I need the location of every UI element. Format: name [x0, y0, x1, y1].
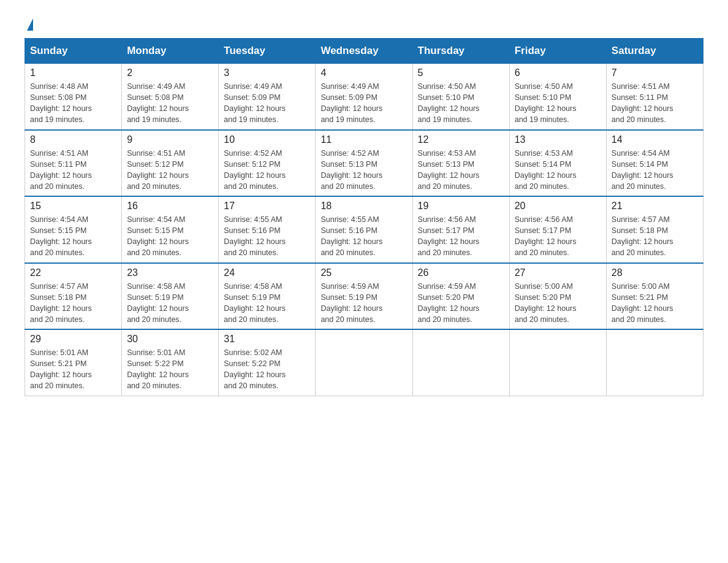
day-info: Sunrise: 4:56 AMSunset: 5:17 PMDaylight:… [515, 214, 601, 259]
day-info: Sunrise: 4:51 AMSunset: 5:11 PMDaylight:… [30, 148, 116, 193]
day-number: 21 [612, 201, 698, 212]
calendar-cell: 13Sunrise: 4:53 AMSunset: 5:14 PMDayligh… [509, 130, 606, 197]
day-info: Sunrise: 4:52 AMSunset: 5:12 PMDaylight:… [224, 148, 310, 193]
day-info: Sunrise: 4:52 AMSunset: 5:13 PMDaylight:… [320, 148, 407, 193]
col-header-tuesday: Tuesday [219, 39, 316, 64]
calendar-cell: 25Sunrise: 4:59 AMSunset: 5:19 PMDayligh… [316, 263, 412, 330]
calendar-cell: 3Sunrise: 4:49 AMSunset: 5:09 PMDaylight… [219, 64, 316, 130]
calendar-cell: 2Sunrise: 4:49 AMSunset: 5:08 PMDaylight… [122, 64, 219, 130]
day-info: Sunrise: 4:55 AMSunset: 5:16 PMDaylight:… [224, 214, 310, 259]
calendar-cell: 30Sunrise: 5:01 AMSunset: 5:22 PMDayligh… [122, 329, 219, 396]
day-number: 28 [612, 267, 698, 278]
calendar-cell: 21Sunrise: 4:57 AMSunset: 5:18 PMDayligh… [606, 196, 703, 263]
calendar-cell: 28Sunrise: 5:00 AMSunset: 5:21 PMDayligh… [606, 263, 703, 330]
col-header-sunday: Sunday [25, 39, 122, 64]
calendar-cell: 19Sunrise: 4:56 AMSunset: 5:17 PMDayligh… [412, 196, 509, 263]
day-number: 1 [30, 67, 116, 79]
day-info: Sunrise: 4:51 AMSunset: 5:11 PMDaylight:… [612, 81, 698, 126]
day-info: Sunrise: 5:01 AMSunset: 5:21 PMDaylight:… [30, 347, 116, 392]
day-number: 26 [418, 267, 504, 278]
calendar-cell: 31Sunrise: 5:02 AMSunset: 5:22 PMDayligh… [219, 329, 316, 396]
day-number: 11 [320, 134, 407, 145]
calendar-cell: 20Sunrise: 4:56 AMSunset: 5:17 PMDayligh… [509, 196, 606, 263]
calendar-cell: 4Sunrise: 4:49 AMSunset: 5:09 PMDaylight… [316, 64, 412, 130]
day-info: Sunrise: 5:01 AMSunset: 5:22 PMDaylight:… [127, 347, 213, 392]
day-number: 7 [612, 67, 698, 79]
day-number: 23 [127, 267, 213, 278]
day-info: Sunrise: 4:56 AMSunset: 5:17 PMDaylight:… [418, 214, 504, 259]
day-info: Sunrise: 4:50 AMSunset: 5:10 PMDaylight:… [515, 81, 601, 126]
day-number: 22 [30, 267, 116, 278]
calendar-cell: 11Sunrise: 4:52 AMSunset: 5:13 PMDayligh… [316, 130, 412, 197]
calendar-week-row: 15Sunrise: 4:54 AMSunset: 5:15 PMDayligh… [25, 196, 703, 263]
calendar-cell: 6Sunrise: 4:50 AMSunset: 5:10 PMDaylight… [509, 64, 606, 130]
day-info: Sunrise: 4:58 AMSunset: 5:19 PMDaylight:… [127, 281, 213, 326]
day-info: Sunrise: 4:48 AMSunset: 5:08 PMDaylight:… [30, 81, 116, 126]
day-number: 13 [515, 134, 601, 145]
day-number: 19 [418, 201, 504, 212]
day-number: 10 [224, 134, 310, 145]
calendar-week-row: 22Sunrise: 4:57 AMSunset: 5:18 PMDayligh… [25, 263, 703, 330]
calendar-week-row: 1Sunrise: 4:48 AMSunset: 5:08 PMDaylight… [25, 64, 703, 130]
day-number: 29 [30, 334, 116, 345]
day-info: Sunrise: 4:49 AMSunset: 5:09 PMDaylight:… [224, 81, 310, 126]
day-number: 9 [127, 134, 213, 145]
calendar-cell [412, 329, 509, 396]
logo [25, 18, 33, 28]
day-info: Sunrise: 4:51 AMSunset: 5:12 PMDaylight:… [127, 148, 213, 193]
day-number: 8 [30, 134, 116, 145]
day-info: Sunrise: 5:00 AMSunset: 5:21 PMDaylight:… [612, 281, 698, 326]
day-info: Sunrise: 4:57 AMSunset: 5:18 PMDaylight:… [612, 214, 698, 259]
day-info: Sunrise: 4:54 AMSunset: 5:15 PMDaylight:… [127, 214, 213, 259]
col-header-monday: Monday [122, 39, 219, 64]
day-info: Sunrise: 4:58 AMSunset: 5:19 PMDaylight:… [224, 281, 310, 326]
day-number: 15 [30, 201, 116, 212]
day-info: Sunrise: 5:02 AMSunset: 5:22 PMDaylight:… [224, 347, 310, 392]
calendar-cell: 12Sunrise: 4:53 AMSunset: 5:13 PMDayligh… [412, 130, 509, 197]
calendar-table: SundayMondayTuesdayWednesdayThursdayFrid… [25, 38, 703, 396]
day-number: 31 [224, 334, 310, 345]
calendar-cell [509, 329, 606, 396]
day-number: 20 [515, 201, 601, 212]
day-number: 25 [320, 267, 407, 278]
logo-triangle-icon [27, 18, 33, 31]
calendar-week-row: 29Sunrise: 5:01 AMSunset: 5:21 PMDayligh… [25, 329, 703, 396]
calendar-cell [606, 329, 703, 396]
day-number: 27 [515, 267, 601, 278]
page-header [25, 18, 703, 28]
calendar-cell: 7Sunrise: 4:51 AMSunset: 5:11 PMDaylight… [606, 64, 703, 130]
calendar-cell: 23Sunrise: 4:58 AMSunset: 5:19 PMDayligh… [122, 263, 219, 330]
day-number: 5 [418, 67, 504, 79]
calendar-cell: 14Sunrise: 4:54 AMSunset: 5:14 PMDayligh… [606, 130, 703, 197]
calendar-cell: 22Sunrise: 4:57 AMSunset: 5:18 PMDayligh… [25, 263, 122, 330]
day-number: 24 [224, 267, 310, 278]
day-info: Sunrise: 4:59 AMSunset: 5:20 PMDaylight:… [418, 281, 504, 326]
calendar-cell [316, 329, 412, 396]
calendar-cell: 15Sunrise: 4:54 AMSunset: 5:15 PMDayligh… [25, 196, 122, 263]
calendar-cell: 10Sunrise: 4:52 AMSunset: 5:12 PMDayligh… [219, 130, 316, 197]
day-info: Sunrise: 4:53 AMSunset: 5:13 PMDaylight:… [418, 148, 504, 193]
calendar-week-row: 8Sunrise: 4:51 AMSunset: 5:11 PMDaylight… [25, 130, 703, 197]
day-number: 17 [224, 201, 310, 212]
calendar-cell: 24Sunrise: 4:58 AMSunset: 5:19 PMDayligh… [219, 263, 316, 330]
day-number: 16 [127, 201, 213, 212]
calendar-cell: 1Sunrise: 4:48 AMSunset: 5:08 PMDaylight… [25, 64, 122, 130]
calendar-cell: 9Sunrise: 4:51 AMSunset: 5:12 PMDaylight… [122, 130, 219, 197]
day-number: 14 [612, 134, 698, 145]
day-info: Sunrise: 4:50 AMSunset: 5:10 PMDaylight:… [418, 81, 504, 126]
day-number: 4 [320, 67, 407, 79]
col-header-wednesday: Wednesday [316, 39, 412, 64]
day-info: Sunrise: 4:57 AMSunset: 5:18 PMDaylight:… [30, 281, 116, 326]
calendar-cell: 29Sunrise: 5:01 AMSunset: 5:21 PMDayligh… [25, 329, 122, 396]
day-info: Sunrise: 4:55 AMSunset: 5:16 PMDaylight:… [320, 214, 407, 259]
calendar-cell: 26Sunrise: 4:59 AMSunset: 5:20 PMDayligh… [412, 263, 509, 330]
day-number: 2 [127, 67, 213, 79]
day-info: Sunrise: 5:00 AMSunset: 5:20 PMDaylight:… [515, 281, 601, 326]
day-info: Sunrise: 4:54 AMSunset: 5:15 PMDaylight:… [30, 214, 116, 259]
col-header-thursday: Thursday [412, 39, 509, 64]
calendar-header-row: SundayMondayTuesdayWednesdayThursdayFrid… [25, 39, 703, 64]
day-number: 18 [320, 201, 407, 212]
day-info: Sunrise: 4:59 AMSunset: 5:19 PMDaylight:… [320, 281, 407, 326]
calendar-cell: 5Sunrise: 4:50 AMSunset: 5:10 PMDaylight… [412, 64, 509, 130]
calendar-cell: 16Sunrise: 4:54 AMSunset: 5:15 PMDayligh… [122, 196, 219, 263]
